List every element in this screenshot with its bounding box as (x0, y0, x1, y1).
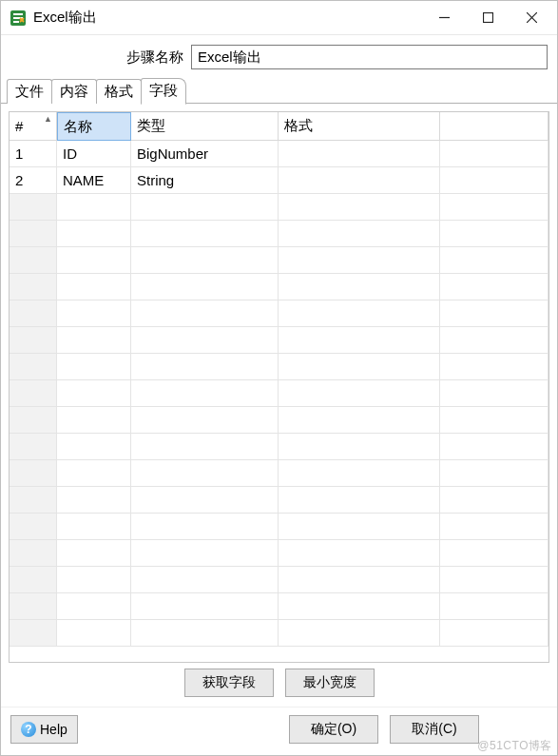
table-row-empty[interactable] (10, 514, 548, 540)
col-header-index[interactable]: # ▲ (10, 112, 57, 141)
cell-rownum: 1 (10, 141, 57, 167)
table-row-empty[interactable] (10, 380, 548, 407)
min-width-button[interactable]: 最小宽度 (285, 669, 375, 697)
table-row-empty[interactable] (10, 300, 548, 327)
window-title: Excel输出 (33, 9, 422, 27)
table-row-empty[interactable] (10, 620, 548, 647)
col-header-type[interactable]: 类型 (131, 112, 279, 141)
maximize-button[interactable] (466, 2, 510, 34)
ok-button[interactable]: 确定(O) (289, 715, 378, 744)
get-fields-button[interactable]: 获取字段 (184, 669, 274, 697)
tab-file[interactable]: 文件 (7, 79, 52, 104)
titlebar: Excel输出 (1, 1, 557, 35)
table-row-empty[interactable] (10, 434, 548, 460)
close-button[interactable] (510, 2, 553, 34)
tab-bar: 文件 内容 格式 字段 (1, 77, 557, 104)
cancel-button[interactable]: 取消(C) (390, 715, 479, 744)
fields-grid[interactable]: # ▲ 名称 类型 格式 1 ID BigNumber 2 NAME (9, 111, 549, 663)
tab-fields[interactable]: 字段 (141, 78, 186, 105)
table-row-empty[interactable] (10, 460, 548, 487)
table-row[interactable]: 2 NAME String (10, 167, 548, 194)
table-row-empty[interactable] (10, 274, 548, 300)
col-header-index-label: # (15, 118, 23, 134)
svg-rect-2 (483, 13, 492, 23)
table-row-empty[interactable] (10, 221, 548, 247)
table-row-empty[interactable] (10, 194, 548, 221)
step-name-label: 步骤名称 (10, 48, 191, 67)
col-header-format[interactable]: 格式 (279, 112, 440, 141)
table-row-empty[interactable] (10, 487, 548, 514)
step-name-input[interactable] (191, 45, 548, 69)
cell-type[interactable]: String (131, 167, 279, 194)
help-button-label: Help (40, 722, 67, 737)
cell-name[interactable]: NAME (57, 167, 131, 194)
table-row-empty[interactable] (10, 327, 548, 354)
dialog-window: Excel输出 步骤名称 文件 内容 格式 字段 # ▲ (0, 0, 558, 756)
help-icon: ? (21, 722, 36, 737)
cell-type[interactable]: BigNumber (131, 141, 279, 167)
tab-body-fields: # ▲ 名称 类型 格式 1 ID BigNumber 2 NAME (1, 104, 557, 707)
col-header-extra[interactable] (440, 112, 548, 141)
window-controls (422, 2, 553, 34)
cell-extra[interactable] (440, 141, 548, 167)
cell-name[interactable]: ID (57, 141, 131, 167)
app-icon (9, 9, 28, 28)
help-button[interactable]: ? Help (10, 715, 78, 744)
grid-button-row: 获取字段 最小宽度 (9, 663, 549, 701)
table-row-empty[interactable] (10, 407, 548, 434)
table-row-empty[interactable] (10, 247, 548, 274)
cell-format[interactable] (279, 167, 440, 194)
cell-rownum: 2 (10, 167, 57, 194)
dialog-button-row: ? Help 确定(O) 取消(C) (1, 707, 557, 755)
col-header-name[interactable]: 名称 (57, 112, 131, 141)
tab-content[interactable]: 内容 (51, 79, 97, 104)
table-row[interactable]: 1 ID BigNumber (10, 141, 548, 167)
table-row-empty[interactable] (10, 354, 548, 380)
table-row-empty[interactable] (10, 593, 548, 620)
minimize-button[interactable] (422, 2, 466, 34)
cell-extra[interactable] (440, 167, 548, 194)
table-row-empty[interactable] (10, 540, 548, 567)
grid-body: 1 ID BigNumber 2 NAME String (10, 141, 548, 662)
grid-header: # ▲ 名称 类型 格式 (10, 112, 548, 141)
sort-indicator-icon: ▲ (44, 114, 52, 124)
tab-format[interactable]: 格式 (96, 79, 142, 104)
step-name-row: 步骤名称 (1, 35, 557, 77)
cell-format[interactable] (279, 141, 440, 167)
table-row-empty[interactable] (10, 567, 548, 593)
